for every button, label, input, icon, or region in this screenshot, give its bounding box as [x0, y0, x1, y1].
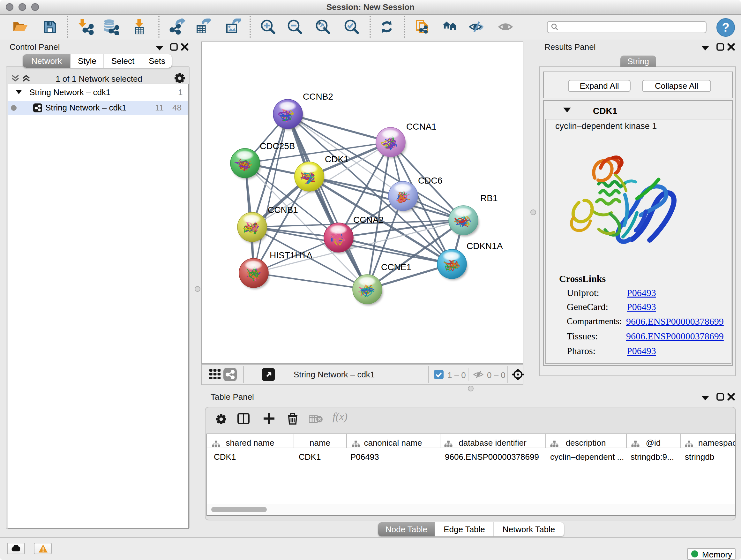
svg-text:CCNB1: CCNB1 [268, 205, 298, 215]
svg-text:CDKN1A: CDKN1A [467, 241, 503, 251]
svg-text:CCNB2: CCNB2 [303, 91, 333, 102]
svg-text:CCNA2: CCNA2 [353, 215, 384, 225]
svg-text:?: ? [722, 21, 729, 34]
svg-text:CDK1: CDK1 [325, 154, 349, 164]
svg-text:CDC6: CDC6 [418, 176, 442, 186]
svg-text:CCNE1: CCNE1 [381, 262, 411, 272]
svg-text:CCNA1: CCNA1 [406, 122, 436, 132]
svg-text:HIST1H1A: HIST1H1A [270, 250, 313, 260]
svg-text:CDC25B: CDC25B [260, 141, 295, 151]
svg-text:RB1: RB1 [480, 193, 497, 203]
